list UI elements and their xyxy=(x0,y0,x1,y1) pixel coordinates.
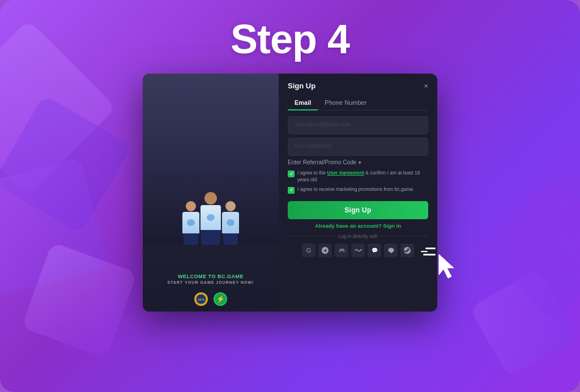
close-button[interactable]: × xyxy=(424,82,428,90)
sign-in-link[interactable]: Sign in xyxy=(383,223,401,229)
sparkle-line-3 xyxy=(423,254,436,255)
game-icon[interactable]: 🎮 xyxy=(335,244,348,257)
email-input[interactable]: username@gmail.com xyxy=(288,116,428,134)
players-group xyxy=(182,192,239,245)
whatsapp-icon[interactable]: 💬 xyxy=(368,244,381,257)
divider-line-left xyxy=(288,236,335,236)
divider-line-right xyxy=(381,236,428,236)
players-image xyxy=(143,74,279,245)
divider-text: Log in directly with xyxy=(338,233,378,239)
divider-row: Log in directly with xyxy=(288,233,428,239)
welcome-line1: WELCOME TO BC.GAME xyxy=(168,274,254,279)
bcgame-logo: ⚡ xyxy=(214,292,227,306)
signup-modal: WELCOME TO BC.GAME START YOUR GAME JOURN… xyxy=(143,74,437,312)
cursor-indicator xyxy=(437,253,458,282)
tab-email[interactable]: Email xyxy=(288,96,318,110)
arrow-cursor-icon xyxy=(437,253,458,279)
background: Step 4 xyxy=(0,0,580,392)
password-input[interactable]: Your password xyxy=(288,138,428,156)
player-center xyxy=(201,192,221,245)
player-left xyxy=(182,201,199,245)
checkbox-2-label: I agree to receive marketing promotions … xyxy=(297,186,414,193)
sparkle-line-2 xyxy=(421,251,428,253)
checkbox-marketing[interactable]: I agree to receive marketing promotions … xyxy=(288,186,428,194)
social-icons-row: G 🎮 💬 xyxy=(288,244,428,257)
svg-text:⚡: ⚡ xyxy=(216,295,225,303)
already-account-row: Already have an account? Sign in xyxy=(288,223,428,229)
modal-header: Sign Up × xyxy=(288,82,428,90)
checkbox-2-check[interactable] xyxy=(288,187,295,194)
signup-button[interactable]: Sign Up xyxy=(288,201,428,219)
sparkle-lines xyxy=(421,248,436,255)
welcome-text: WELCOME TO BC.GAME START YOUR GAME JOURN… xyxy=(163,268,259,292)
wave-icon[interactable] xyxy=(351,244,365,257)
referral-label: Enter Referral/Promo Code xyxy=(288,159,356,165)
tabs-container: Email Phone Number xyxy=(288,96,428,110)
google-icon[interactable]: G xyxy=(302,244,315,257)
sparkle-line-1 xyxy=(425,248,436,249)
checkbox-1-check[interactable] xyxy=(288,171,295,177)
modal-left-panel: WELCOME TO BC.GAME START YOUR GAME JOURN… xyxy=(143,74,279,312)
svg-text:AFA: AFA xyxy=(198,298,205,301)
checkbox-user-agreement[interactable]: I agree to the User Agreement & confirm … xyxy=(288,170,428,184)
player-right xyxy=(222,201,239,245)
chevron-down-icon: ▾ xyxy=(359,160,361,165)
steam-icon[interactable] xyxy=(400,244,414,257)
afa-logo: AFA xyxy=(194,292,208,306)
checkbox-1-label: I agree to the User Agreement & confirm … xyxy=(297,170,428,184)
step-title: Step 4 xyxy=(231,16,349,62)
tab-phone[interactable]: Phone Number xyxy=(318,96,373,110)
line-icon[interactable] xyxy=(384,244,398,257)
modal-title: Sign Up xyxy=(288,82,315,90)
svg-marker-5 xyxy=(439,254,454,278)
telegram-icon[interactable] xyxy=(318,244,332,257)
logos-row: AFA ⚡ xyxy=(194,292,227,312)
modal-right-panel: Sign Up × Email Phone Number username@gm… xyxy=(279,74,437,312)
welcome-line2: START YOUR GAME JOURNEY NOW! xyxy=(168,280,254,284)
referral-row[interactable]: Enter Referral/Promo Code ▾ xyxy=(288,159,428,165)
